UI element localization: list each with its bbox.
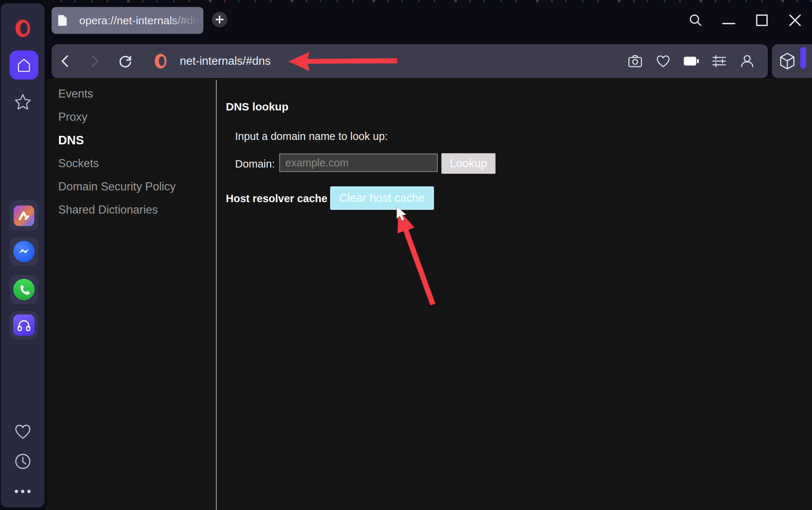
dns-lookup-heading: DNS lookup [226,101,288,113]
sidebar-more-button[interactable] [1,486,45,496]
nav-item-domain-security-policy[interactable]: Domain Security Policy [58,175,176,198]
site-opera-logo [150,50,172,72]
new-tab-button[interactable] [212,12,227,27]
sidebar-home-button[interactable] [10,50,38,80]
clear-host-cache-button[interactable]: Clear host cache [330,187,434,210]
opera-browser-window: opera://net-internals/#dns [0,0,812,510]
battery-icon [683,55,699,67]
close-icon [788,13,802,27]
search-icon [689,13,703,27]
add-to-favorites-button[interactable] [652,50,674,72]
sidebar-messenger-button[interactable] [10,237,38,266]
sliders-icon [711,54,727,68]
camera-icon [628,54,643,68]
back-arrow-icon [59,54,70,68]
heart-icon [14,424,31,440]
host-resolver-cache-label: Host resolver cache [226,193,328,205]
address-bar[interactable]: net-internals/#dns [52,44,768,78]
nav-item-proxy[interactable]: Proxy [58,105,176,129]
panel-scroll-indicator[interactable] [800,47,806,69]
tab-title-fade [168,7,203,34]
opera-logo-icon [154,53,168,69]
tab-search-button[interactable] [688,13,703,28]
sidebar-whatsapp-button[interactable] [10,275,38,304]
home-icon [16,58,32,73]
heart-icon [656,54,671,68]
forward-button[interactable] [84,50,106,72]
sidebar-history-button[interactable] [1,453,45,470]
domain-label: Domain: [235,158,275,170]
close-button[interactable] [787,13,803,28]
sidebar-speed-dial-button[interactable] [1,92,45,112]
browser-tab[interactable]: opera://net-internals/#dns [52,7,203,34]
extensions-cube-icon [779,52,795,70]
dns-lookup-instruction: Input a domain name to look up: [235,130,388,143]
opera-logo[interactable] [1,19,45,38]
plus-icon [215,15,224,24]
reload-icon [118,54,133,68]
headphones-icon [13,314,35,336]
forward-arrow-icon [90,54,101,68]
nav-item-sockets[interactable]: Sockets [58,152,176,175]
opera-logo-icon [14,19,31,38]
snapshot-button[interactable] [624,50,646,72]
sidebar-player-button[interactable] [10,311,38,340]
maximize-icon [755,13,769,27]
url-text[interactable]: net-internals/#dns [180,54,624,68]
nav-item-events[interactable]: Events [58,82,176,105]
ellipsis-icon [15,490,31,493]
maximize-button[interactable] [754,13,770,28]
lookup-button[interactable]: Lookup [441,153,496,174]
nav-content-divider [216,80,217,510]
minimize-icon [722,13,736,27]
easy-setup-button[interactable] [708,50,730,72]
cropped-taskbar-remnant [48,0,812,2]
star-icon [14,93,32,111]
sidebar-panel-box[interactable] [772,44,812,78]
nav-item-dns[interactable]: DNS [58,129,176,152]
net-internals-page: Events Proxy DNS Sockets Domain Security… [46,78,812,510]
messenger-icon [13,241,35,262]
battery-saver-button[interactable] [680,50,702,72]
clock-icon [15,453,31,469]
page-icon [57,14,67,27]
person-icon [740,54,754,68]
sidebar [1,3,45,507]
domain-input[interactable] [279,154,438,172]
back-button[interactable] [54,50,76,72]
minimize-button[interactable] [721,13,736,28]
whatsapp-icon [13,279,35,300]
net-internals-nav: Events Proxy DNS Sockets Domain Security… [58,82,176,221]
sidebar-aria-button[interactable] [10,200,38,231]
nav-item-shared-dictionaries[interactable]: Shared Dictionaries [58,198,176,221]
reload-button[interactable] [114,50,136,72]
aria-ai-icon [14,205,34,226]
sidebar-bookmarks-button[interactable] [1,423,45,441]
profile-button[interactable] [736,50,758,72]
